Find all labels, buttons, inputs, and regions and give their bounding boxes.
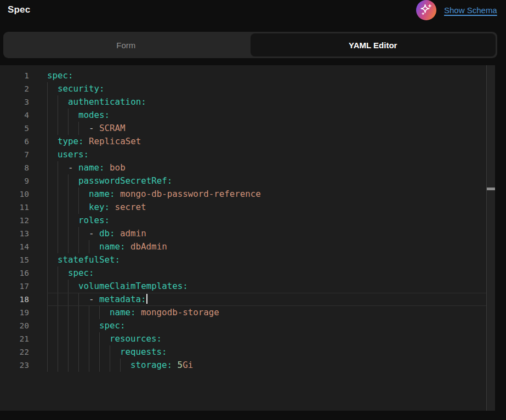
line-number[interactable]: 2 [0, 82, 29, 95]
text-cursor [146, 294, 147, 304]
scrollbar-track[interactable] [486, 65, 495, 411]
code-line[interactable]: 6type: ReplicaSet [0, 135, 495, 148]
code-line[interactable]: 12roles: [0, 214, 495, 227]
code-line[interactable]: 1spec: [0, 69, 495, 82]
page-title: Spec [8, 4, 30, 15]
code-line[interactable]: 11key: secret [0, 201, 495, 214]
line-number[interactable]: 7 [0, 148, 29, 161]
yaml-code-editor[interactable]: 1spec:2security:3authentication:4modes:5… [0, 65, 495, 411]
line-number[interactable]: 15 [0, 253, 29, 266]
scrollbar-cursor-marker [487, 188, 495, 190]
tab-yaml-editor[interactable]: YAML Editor [251, 33, 496, 56]
line-number[interactable]: 13 [0, 227, 29, 240]
code-line[interactable]: 19name: mongodb-storage [0, 306, 495, 319]
line-number[interactable]: 18 [0, 293, 29, 306]
code-line[interactable]: 23storage: 5Gi [0, 359, 495, 372]
code-line[interactable]: 4modes: [0, 109, 495, 122]
code-line[interactable]: 18- metadata: [0, 293, 495, 306]
line-number[interactable]: 3 [0, 95, 29, 109]
line-number[interactable]: 8 [0, 161, 29, 174]
code-line[interactable]: 5- SCRAM [0, 122, 495, 135]
line-number[interactable]: 23 [0, 359, 29, 372]
line-number[interactable]: 14 [0, 240, 29, 253]
code-line[interactable]: 13- db: admin [0, 227, 495, 240]
code-line[interactable]: 21resources: [0, 332, 495, 345]
code-line[interactable]: 7users: [0, 148, 495, 161]
code-line[interactable]: 14name: dbAdmin [0, 240, 495, 253]
line-number[interactable]: 6 [0, 135, 29, 148]
line-number[interactable]: 11 [0, 201, 29, 214]
line-number[interactable]: 22 [0, 345, 29, 359]
line-number[interactable]: 4 [0, 109, 29, 122]
code-line[interactable]: 17volumeClaimTemplates: [0, 280, 495, 293]
line-number[interactable]: 10 [0, 188, 29, 201]
line-number[interactable]: 19 [0, 306, 29, 319]
code-line[interactable]: 2security: [0, 82, 495, 95]
code-line[interactable]: 15statefulSet: [0, 253, 495, 266]
line-number[interactable]: 16 [0, 266, 29, 280]
code-line[interactable]: 20spec: [0, 319, 495, 332]
code-line[interactable]: 9passwordSecretRef: [0, 174, 495, 188]
line-number[interactable]: 1 [0, 69, 29, 82]
code-lines: 1spec:2security:3authentication:4modes:5… [0, 69, 495, 372]
line-number[interactable]: 9 [0, 174, 29, 188]
tab-bar: Form YAML Editor [3, 32, 497, 58]
sparkle-icon [416, 0, 436, 20]
code-line[interactable]: 3authentication: [0, 95, 495, 109]
line-number[interactable]: 21 [0, 332, 29, 345]
ai-assistant-button[interactable] [416, 0, 436, 20]
tab-form[interactable]: Form [3, 32, 249, 58]
line-number[interactable]: 12 [0, 214, 29, 227]
code-line[interactable]: 10name: mongo-db-password-reference [0, 188, 495, 201]
spec-editor-page: Spec Show Schema Form YAML Editor 1spec:… [0, 0, 506, 420]
line-number[interactable]: 20 [0, 319, 29, 332]
line-number[interactable]: 17 [0, 280, 29, 293]
code-line[interactable]: 16spec: [0, 266, 495, 280]
line-number[interactable]: 5 [0, 122, 29, 135]
code-line[interactable]: 22requests: [0, 345, 495, 359]
show-schema-link[interactable]: Show Schema [444, 5, 497, 15]
code-line[interactable]: 8- name: bob [0, 161, 495, 174]
